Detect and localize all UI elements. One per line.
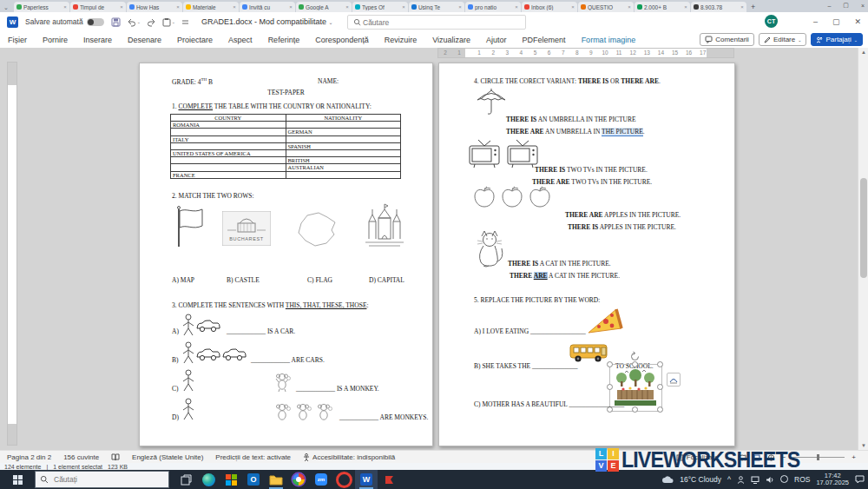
chevron-down-icon[interactable]: ⌄	[3, 4, 9, 11]
stick-figure-image[interactable]	[181, 314, 195, 336]
word-maximize-button[interactable]: ▢	[832, 17, 840, 26]
clock[interactable]: 17:4217.07.2025	[816, 472, 849, 487]
file-explorer-icon[interactable]	[265, 470, 287, 489]
tab-close-icon[interactable]: ×	[740, 4, 744, 10]
browser-tab[interactable]: Timpul de×	[70, 2, 126, 12]
table-cell[interactable]: GERMAN	[286, 129, 401, 135]
table-cell[interactable]: ROMANIA	[171, 122, 286, 129]
document-title[interactable]: GRADE1.docx - Mod compatibilitate ⌄	[201, 17, 333, 26]
table-cell[interactable]	[171, 164, 286, 171]
text-predictions[interactable]: Predicții de text: activate	[215, 453, 291, 461]
taskbar-search-box[interactable]	[35, 471, 169, 488]
resize-handle[interactable]	[657, 361, 663, 367]
tab-close-icon[interactable]: ×	[628, 4, 631, 10]
horizontal-ruler[interactable]: 211234567891011121314151617	[438, 49, 733, 57]
table-cell[interactable]	[286, 171, 401, 178]
cat-image[interactable]	[474, 230, 505, 268]
resize-handle[interactable]	[657, 406, 663, 413]
browser-tab[interactable]: Using Te×	[409, 2, 464, 12]
resize-handle[interactable]	[632, 406, 638, 413]
word-app-icon[interactable]: W	[7, 17, 18, 28]
tab-close-icon[interactable]: ×	[233, 4, 236, 10]
word-search-box[interactable]	[347, 15, 526, 30]
tab-close-icon[interactable]: ×	[345, 4, 349, 10]
new-tab-button[interactable]: +	[751, 3, 755, 11]
red-app-icon[interactable]	[378, 470, 400, 489]
stick-figure-image[interactable]	[181, 341, 195, 364]
browser-tab[interactable]: QUESTIO×	[578, 2, 634, 12]
resize-handle[interactable]	[657, 384, 663, 390]
search-input[interactable]	[361, 17, 503, 28]
speaker-tray-icon[interactable]	[766, 476, 774, 484]
table-cell[interactable]: BRITISH	[286, 157, 401, 164]
table-cell[interactable]	[171, 142, 286, 149]
start-button[interactable]	[0, 470, 35, 489]
word-minimize-button[interactable]: –	[813, 17, 818, 26]
tab-close-icon[interactable]: ×	[120, 4, 123, 10]
zoom-app-icon[interactable]: zm	[310, 470, 332, 489]
country-nationality-table[interactable]: COUNTRY NATIONALITY ROMANIAGERMANITALYSP…	[170, 114, 401, 179]
ribbon-tab-desenare[interactable]: Desenare	[120, 36, 169, 44]
layout-options-button[interactable]	[667, 373, 681, 387]
ribbon-tab-proiectare[interactable]: Proiectare	[169, 36, 220, 44]
zoom-in-icon[interactable]: +	[852, 453, 856, 461]
table-cell[interactable]	[286, 135, 401, 142]
store-icon[interactable]	[220, 470, 242, 489]
vertical-scrollbar[interactable]: ▲ ▼	[858, 48, 868, 450]
ribbon-tab-ajutor[interactable]: Ajutor	[478, 36, 515, 44]
browser-tab[interactable]: 8.903.78×	[691, 2, 746, 12]
ribbon-tab-fișier[interactable]: Fișier	[0, 36, 35, 44]
table-row[interactable]: UNITED STATES OF AMERICA	[171, 149, 401, 156]
table-cell[interactable]	[171, 157, 286, 164]
word-count[interactable]: 156 cuvinte	[63, 453, 99, 461]
umbrella-image[interactable]	[474, 86, 509, 117]
chrome-profile-icon[interactable]	[287, 470, 310, 489]
browser-maximize-button[interactable]: ▢	[843, 2, 849, 9]
romania-map-image[interactable]	[294, 209, 339, 249]
ribbon-tab-vizualizare[interactable]: Vizualizare	[424, 36, 478, 44]
browser-tab[interactable]: Materiale×	[183, 2, 239, 12]
scrollbar-thumb[interactable]	[860, 178, 867, 278]
tab-close-icon[interactable]: ×	[571, 4, 575, 10]
two-cars-image[interactable]	[195, 347, 249, 361]
weather-text[interactable]: 16°C Cloudy	[680, 475, 721, 484]
vertical-ruler[interactable]	[8, 63, 16, 445]
pizza-image[interactable]	[587, 307, 623, 336]
table-row[interactable]: FRANCE	[171, 171, 401, 178]
customize-qat-icon[interactable]	[181, 18, 189, 26]
weather-icon[interactable]	[661, 475, 674, 484]
scroll-down-icon[interactable]: ▼	[858, 443, 868, 448]
table-row[interactable]: BRITISH	[171, 157, 401, 164]
table-cell[interactable]: UNITED STATES OF AMERICA	[171, 149, 286, 156]
table-cell[interactable]: ITALY	[171, 135, 286, 142]
opera-tray-icon[interactable]	[780, 475, 788, 485]
ribbon-tab-format-imagine[interactable]: Format imagine	[574, 36, 644, 44]
three-apples-image[interactable]	[472, 185, 552, 209]
tab-close-icon[interactable]: ×	[458, 4, 462, 10]
stick-figure-image[interactable]	[181, 398, 195, 420]
tray-expand-icon[interactable]: ^	[727, 475, 731, 484]
document-page-2[interactable]: 4. CIRCLE THE CORECT VARIANT: THERE IS O…	[438, 63, 735, 446]
browser-tab[interactable]: How Has×	[127, 2, 182, 12]
bucharest-image[interactable]: BUCHAREST	[222, 211, 271, 246]
ribbon-tab-corespondență[interactable]: Corespondență	[307, 36, 377, 44]
rotate-handle-icon[interactable]	[629, 351, 641, 362]
resize-handle[interactable]	[632, 361, 638, 367]
table-cell[interactable]	[171, 129, 286, 135]
browser-tab[interactable]: Invită cu×	[240, 2, 295, 12]
tab-close-icon[interactable]: ×	[176, 4, 180, 10]
proofing-icon[interactable]	[111, 453, 120, 461]
comments-button[interactable]: Comentarii	[700, 33, 754, 46]
ribbon-tab-inserare[interactable]: Inserare	[76, 36, 120, 44]
castle-image[interactable]	[364, 201, 405, 249]
taskbar-search-input[interactable]	[52, 474, 151, 485]
browser-tab[interactable]: Paperless×	[14, 2, 69, 12]
browser-tab[interactable]: Types Of×	[352, 2, 408, 12]
redo-icon[interactable]	[147, 17, 156, 27]
table-cell[interactable]	[286, 149, 401, 156]
browser-close-button[interactable]: ×	[861, 3, 865, 9]
three-monkeys-image[interactable]	[275, 402, 336, 423]
table-cell[interactable]	[286, 122, 401, 129]
save-icon[interactable]	[111, 17, 121, 27]
browser-minimize-button[interactable]: –	[827, 3, 831, 9]
